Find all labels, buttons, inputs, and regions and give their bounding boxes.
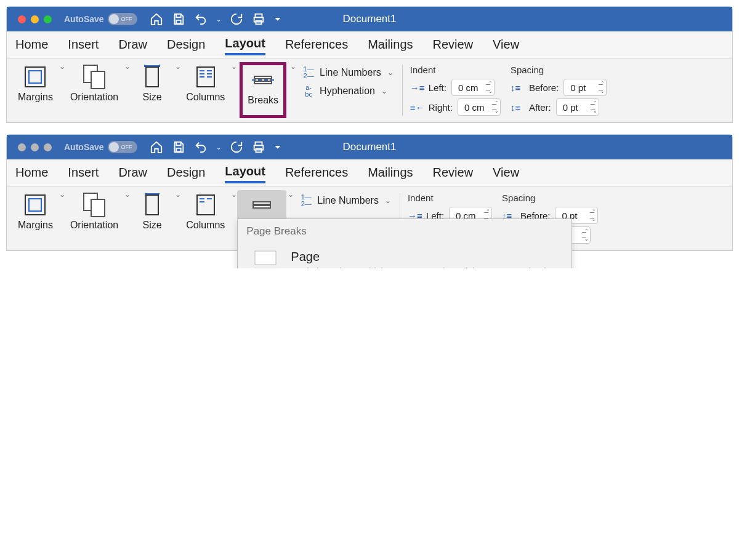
chevron-down-icon[interactable]: ⌄ — [231, 190, 237, 246]
chevron-down-icon[interactable]: ⌄ — [175, 62, 181, 118]
autosave-toggle[interactable]: OFF — [108, 13, 137, 25]
page-break-icon — [250, 250, 282, 268]
line-numbers-button[interactable]: 1—2— Line Numbers⌄ — [300, 194, 391, 207]
breaks-dropdown: Page Breaks Page Mark the point at which… — [237, 218, 572, 268]
spacing-group: Spacing ↕≡Before: 0 pt⌃⌄ ↕≡After: 0 pt⌃⌄ — [506, 62, 612, 118]
size-button[interactable]: Size — [131, 62, 174, 118]
qat-customize-icon[interactable]: ⏷ — [274, 15, 281, 23]
undo-dropdown-icon[interactable]: ⌄ — [216, 16, 221, 23]
columns-button[interactable]: Columns — [181, 190, 230, 246]
tab-review[interactable]: Review — [433, 166, 474, 180]
svg-rect-19 — [197, 195, 214, 215]
margins-button[interactable]: Margins — [13, 62, 58, 118]
home-icon[interactable] — [150, 140, 163, 154]
svg-rect-23 — [255, 251, 276, 265]
chevron-down-icon[interactable]: ⌄ — [59, 190, 65, 246]
autosave-toggle[interactable]: OFF — [108, 141, 137, 153]
size-button[interactable]: Size — [131, 190, 174, 246]
ribbon-layout: Margins ⌄ Orientation ⌄ Size ⌄ Columns ⌄… — [7, 186, 732, 250]
tab-insert[interactable]: Insert — [68, 38, 99, 52]
svg-rect-13 — [176, 148, 180, 152]
redo-icon[interactable] — [230, 140, 243, 154]
tab-draw[interactable]: Draw — [118, 166, 147, 180]
home-icon[interactable] — [150, 12, 163, 26]
undo-icon[interactable] — [194, 12, 208, 26]
window-controls — [18, 15, 52, 23]
tab-review[interactable]: Review — [433, 38, 474, 52]
word-window-top: AutoSave OFF ⌄ ⏷ Document1 Home Insert D… — [6, 6, 733, 123]
breaks-icon — [251, 68, 275, 92]
quick-access-toolbar: ⌄ ⏷ — [150, 140, 281, 154]
titlebar: AutoSave OFF ⌄ ⏷ Document1 — [7, 7, 732, 31]
chevron-down-icon[interactable]: ⌄ — [175, 190, 181, 246]
minimize-button[interactable] — [31, 143, 39, 151]
window-controls — [18, 143, 52, 151]
group-divider — [402, 65, 403, 116]
indent-right-input[interactable]: 0 cm⌃⌄ — [458, 98, 501, 116]
tab-view[interactable]: View — [493, 38, 519, 52]
indent-group: Indent →≡Left: 0 cm⌃⌄ ≡←Right: 0 cm⌃⌄ — [405, 62, 506, 118]
tab-mailings[interactable]: Mailings — [368, 38, 413, 52]
breaks-button-wrap: Page Breaks Page Mark the point at which… — [237, 190, 286, 246]
undo-dropdown-icon[interactable]: ⌄ — [216, 144, 221, 151]
tab-home[interactable]: Home — [15, 166, 48, 180]
indent-left-icon: →≡ — [410, 82, 424, 93]
ribbon-layout: Margins ⌄ Orientation ⌄ Size ⌄ Columns ⌄… — [7, 58, 732, 122]
titlebar: AutoSave OFF ⌄ ⏷ Document1 — [7, 135, 732, 159]
chevron-down-icon[interactable]: ⌄ — [290, 62, 296, 118]
breaks-button[interactable]: Breaks — [240, 62, 286, 118]
line-numbers-button[interactable]: 1—2— Line Numbers⌄ — [302, 66, 394, 79]
menu-item-page-break[interactable]: Page Mark the point at which one page en… — [241, 244, 568, 268]
save-icon[interactable] — [172, 140, 185, 154]
tab-references[interactable]: References — [285, 166, 348, 180]
qat-customize-icon[interactable]: ⏷ — [274, 143, 281, 151]
svg-rect-17 — [25, 195, 45, 215]
chevron-down-icon[interactable]: ⌄ — [124, 62, 131, 118]
chevron-down-icon[interactable]: ⌄ — [124, 190, 131, 246]
svg-rect-0 — [176, 20, 180, 24]
undo-icon[interactable] — [194, 140, 208, 154]
indent-left-input[interactable]: 0 cm⌃⌄ — [451, 79, 495, 96]
line-numbers-icon: 1—2— — [300, 194, 312, 207]
ribbon-tabs: Home Insert Draw Design Layout Reference… — [7, 31, 732, 58]
zoom-button[interactable] — [44, 15, 52, 23]
chevron-down-icon[interactable]: ⌄ — [59, 62, 65, 118]
tab-insert[interactable]: Insert — [68, 166, 99, 180]
autosave-label: AutoSave — [64, 14, 104, 24]
orientation-button[interactable]: Orientation — [65, 62, 123, 118]
redo-icon[interactable] — [230, 12, 243, 26]
minimize-button[interactable] — [31, 15, 39, 23]
breaks-button[interactable] — [237, 190, 286, 220]
tab-home[interactable]: Home — [15, 38, 48, 52]
close-button[interactable] — [18, 15, 26, 23]
save-icon[interactable] — [172, 12, 185, 26]
margins-button[interactable]: Margins — [13, 190, 58, 246]
zoom-button[interactable] — [44, 143, 52, 151]
tab-design[interactable]: Design — [167, 38, 205, 52]
hyphenation-icon: a-bc — [302, 84, 315, 98]
close-button[interactable] — [18, 143, 26, 151]
print-icon[interactable] — [252, 140, 265, 154]
svg-rect-5 — [29, 71, 41, 83]
ribbon-tabs: Home Insert Draw Design Layout Reference… — [7, 159, 732, 186]
hyphenation-button[interactable]: a-bc Hyphenation⌄ — [302, 84, 394, 98]
dropdown-header-page-breaks: Page Breaks — [238, 219, 571, 242]
print-icon[interactable] — [252, 12, 265, 26]
word-window-bottom: AutoSave OFF ⌄ ⏷ Document1 Home Insert D… — [6, 134, 733, 251]
columns-button[interactable]: Columns — [181, 62, 230, 118]
tab-draw[interactable]: Draw — [118, 38, 147, 52]
tab-design[interactable]: Design — [167, 166, 205, 180]
tab-mailings[interactable]: Mailings — [368, 166, 413, 180]
spacing-before-input[interactable]: 0 pt⌃⌄ — [563, 79, 607, 96]
quick-access-toolbar: ⌄ ⏷ — [150, 12, 281, 26]
tab-view[interactable]: View — [493, 166, 519, 180]
tab-layout[interactable]: Layout — [225, 164, 265, 183]
chevron-down-icon[interactable]: ⌄ — [231, 62, 237, 118]
svg-rect-4 — [25, 67, 45, 87]
spacing-after-input[interactable]: 0 pt⌃⌄ — [556, 98, 599, 116]
tab-layout[interactable]: Layout — [225, 36, 265, 55]
autosave-label: AutoSave — [64, 142, 104, 152]
orientation-button[interactable]: Orientation — [65, 190, 123, 246]
tab-references[interactable]: References — [285, 38, 348, 52]
breaks-icon — [249, 193, 274, 217]
